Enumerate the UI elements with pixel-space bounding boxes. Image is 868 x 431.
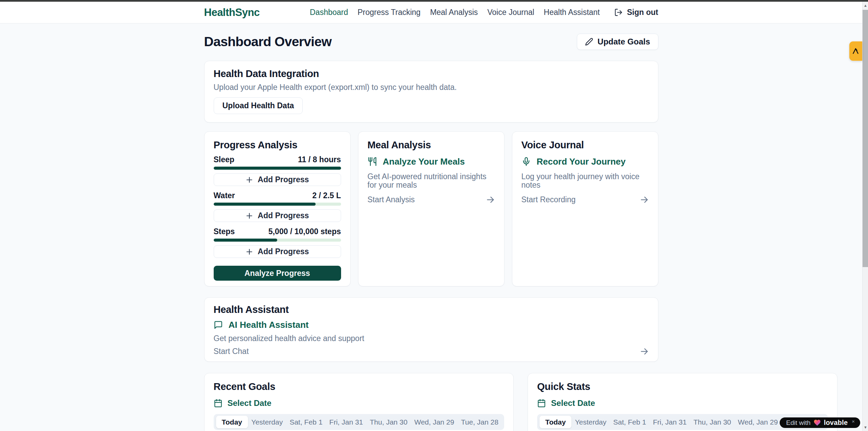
steps-progress-fill (214, 239, 278, 242)
edit-with-lovable-badge[interactable]: Edit with lovable × (780, 417, 860, 428)
date-tab-wed-jan-29[interactable]: Wed, Jan 29 (734, 416, 781, 428)
add-progress-label: Add Progress (258, 211, 309, 220)
steps-progress-bar (214, 239, 341, 242)
start-recording-row[interactable]: Start Recording (521, 195, 649, 204)
arrow-right-icon (640, 195, 649, 204)
quick-stats-title: Quick Stats (537, 381, 828, 392)
lovable-label: lovable (824, 419, 848, 427)
pencil-icon (585, 38, 593, 46)
date-tab-fri-jan-31[interactable]: Fri, Jan 31 (650, 416, 690, 428)
scrollbar-thumb[interactable] (863, 10, 868, 267)
add-sleep-progress-button[interactable]: Add Progress (214, 173, 341, 186)
date-tab-yesterday[interactable]: Yesterday (248, 416, 286, 428)
health-assistant-description: Get personalized health advice and suppo… (214, 334, 649, 343)
health-data-integration-card: Health Data Integration Upload your Appl… (204, 61, 658, 123)
health-data-title: Health Data Integration (214, 69, 649, 79)
meal-analysis-title: Meal Analysis (368, 140, 495, 150)
upload-health-data-button[interactable]: Upload Health Data (214, 97, 303, 114)
scroll-up-arrow-icon[interactable]: ▲ (863, 2, 868, 9)
date-tab-today[interactable]: Today (539, 416, 571, 428)
add-progress-label: Add Progress (258, 175, 309, 184)
healthsync-app: HealthSync Dashboard Progress Tracking M… (0, 2, 862, 431)
analyze-progress-button[interactable]: Analyze Progress (214, 266, 341, 281)
ai-health-assistant-link[interactable]: AI Health Assistant (214, 320, 649, 330)
voice-journal-card: Voice Journal Record Your Journey Log yo… (512, 131, 658, 286)
progress-analysis-title: Progress Analysis (214, 140, 341, 150)
plus-icon (246, 248, 253, 256)
sleep-metric: Sleep 11 / 8 hours Add Progress (214, 155, 341, 186)
lovable-side-badge[interactable] (849, 41, 862, 61)
add-water-progress-button[interactable]: Add Progress (214, 209, 341, 222)
edit-with-label: Edit with (786, 419, 811, 427)
nav-link-voice-journal[interactable]: Voice Journal (488, 8, 534, 17)
calendar-icon (537, 399, 546, 408)
date-tab-tue-jan-28[interactable]: Tue, Jan 28 (458, 416, 502, 428)
steps-metric: Steps 5,000 / 10,000 steps Add Progress (214, 227, 341, 258)
select-date-label: Select Date (228, 398, 271, 408)
sign-out-button[interactable]: Sign out (614, 8, 658, 17)
recent-goals-date-tabs: Today Yesterday Sat, Feb 1 Fri, Jan 31 T… (214, 414, 504, 430)
water-progress-fill (214, 203, 316, 206)
scroll-down-arrow-icon[interactable]: ▼ (863, 424, 868, 431)
date-tab-sat-feb-1[interactable]: Sat, Feb 1 (286, 416, 326, 428)
voice-journal-description: Log your health journey with voice notes (521, 172, 649, 189)
analyze-your-meals-link[interactable]: Analyze Your Meals (368, 157, 495, 166)
plus-icon (246, 212, 253, 220)
brand-logo: HealthSync (204, 6, 260, 19)
analyze-your-meals-label: Analyze Your Meals (383, 157, 465, 166)
page-title: Dashboard Overview (204, 34, 332, 49)
vertical-scrollbar[interactable]: ▲ ▼ (862, 2, 868, 431)
date-tab-thu-jan-30[interactable]: Thu, Jan 30 (690, 416, 734, 428)
nav-link-dashboard[interactable]: Dashboard (310, 8, 348, 17)
record-your-journey-label: Record Your Journey (537, 157, 626, 166)
recent-goals-title: Recent Goals (214, 381, 504, 392)
add-steps-progress-button[interactable]: Add Progress (214, 245, 341, 258)
sleep-value: 11 / 8 hours (298, 155, 341, 164)
ai-health-assistant-label: AI Health Assistant (229, 320, 309, 330)
logout-icon (614, 8, 623, 17)
nav-link-progress-tracking[interactable]: Progress Tracking (358, 8, 421, 17)
recent-goals-select-date[interactable]: Select Date (214, 398, 504, 408)
start-chat-row[interactable]: Start Chat (214, 347, 649, 356)
steps-label: Steps (214, 227, 235, 236)
quick-stats-select-date[interactable]: Select Date (537, 398, 828, 408)
date-tab-thu-jan-30[interactable]: Thu, Jan 30 (367, 416, 411, 428)
meal-analysis-description: Get AI-powered nutritional insights for … (368, 172, 495, 189)
sign-out-label: Sign out (627, 8, 658, 17)
nav-link-health-assistant[interactable]: Health Assistant (544, 8, 600, 17)
water-value: 2 / 2.5 L (312, 191, 341, 200)
progress-analysis-card: Progress Analysis Sleep 11 / 8 hours Add… (204, 131, 351, 286)
start-chat-label: Start Chat (214, 347, 249, 356)
microphone-icon (521, 157, 531, 166)
add-progress-label: Add Progress (258, 247, 309, 256)
nav-link-meal-analysis[interactable]: Meal Analysis (430, 8, 478, 17)
utensils-icon (368, 157, 377, 166)
date-tab-today[interactable]: Today (216, 416, 248, 428)
date-tab-sat-feb-1[interactable]: Sat, Feb 1 (610, 416, 650, 428)
close-badge-icon[interactable]: × (852, 418, 855, 424)
record-your-journey-link[interactable]: Record Your Journey (521, 157, 649, 166)
calendar-icon (214, 399, 223, 408)
select-date-label: Select Date (551, 398, 595, 408)
update-goals-button[interactable]: Update Goals (577, 34, 658, 50)
start-analysis-row[interactable]: Start Analysis (368, 195, 495, 204)
water-metric: Water 2 / 2.5 L Add Progress (214, 191, 341, 222)
sleep-progress-bar (214, 167, 341, 170)
water-label: Water (214, 191, 235, 200)
arrow-right-icon (640, 347, 649, 356)
date-tab-fri-jan-31[interactable]: Fri, Jan 31 (326, 416, 366, 428)
date-tab-yesterday[interactable]: Yesterday (571, 416, 610, 428)
steps-value: 5,000 / 10,000 steps (268, 227, 341, 236)
update-goals-label: Update Goals (598, 37, 650, 46)
health-assistant-card: Health Assistant AI Health Assistant Get… (204, 297, 658, 362)
lovable-logo-icon (852, 47, 860, 55)
meal-analysis-card: Meal Analysis Analyze Your Meals Get AI-… (358, 131, 504, 286)
water-progress-bar (214, 203, 341, 206)
start-recording-label: Start Recording (521, 195, 576, 204)
arrow-right-icon (486, 195, 495, 204)
date-tab-wed-jan-29[interactable]: Wed, Jan 29 (411, 416, 458, 428)
lovable-heart-icon (814, 419, 821, 426)
plus-icon (246, 176, 253, 184)
voice-journal-title: Voice Journal (521, 140, 649, 150)
health-data-description: Upload your Apple Health export (export.… (214, 83, 649, 92)
